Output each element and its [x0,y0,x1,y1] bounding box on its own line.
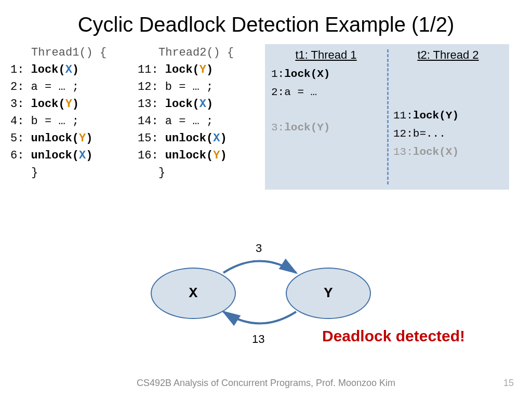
footer-text: CS492B Analysis of Concurrent Programs, … [0,378,532,389]
t2-l6-close: ) [220,149,227,162]
thread1-code: Thread1() { 1: lock(X) 2: a = … ; 3: loc… [10,44,138,190]
t1-l3-kw: lock( [31,98,65,111]
t1-l5-close: ) [86,132,92,145]
t1-l5-num: 5: [10,132,31,145]
t2-l3-num: 13: [138,98,165,111]
t1-l6-var: X [79,149,86,162]
t2-l4: 14: a = … ; [138,113,265,130]
t1-l3-num: 3: [10,98,31,111]
t2-close: } [138,164,265,181]
t1-l3-var: Y [65,98,72,111]
t2-l1-close: ) [206,63,213,76]
t1-l1-var: X [65,63,72,76]
t2-l6-var: Y [213,149,220,162]
edge-label-bottom: 13 [252,332,264,346]
t1-l6-kw: unlock( [31,149,79,162]
t2-l3-var: X [200,98,206,111]
t2-l5-var: X [213,132,220,145]
thread2-code: Thread2() { 11: lock(Y) 12: b = … ; 13: … [138,44,265,190]
t1-l2: 2: a = … ; [10,78,138,96]
trace-col-t2: t2: Thread 2 11:lock(Y) 12:b=... 13:lock… [387,44,509,190]
node-y: Y [286,268,371,319]
t1-l4: 4: b = … ; [10,113,138,130]
t1-l1-kw: lock( [31,63,65,76]
edge-label-top: 3 [256,242,262,255]
t2-l6-kw: unlock( [165,149,213,162]
t1-l5-kw: unlock( [31,132,79,145]
t1-l3-close: ) [72,98,79,111]
t2-l1-kw: lock( [165,63,200,76]
trace-h2: t2: Thread 2 [393,48,503,62]
tr-t1-2: 2:a = … [271,86,381,98]
tr-t2-3b: lock(X) [413,146,459,158]
tr-t2-1a: 11: [393,110,413,122]
tr-t1-3a: 3: [271,122,284,134]
t2-l6-num: 16: [138,149,165,162]
tr-t2-3a: 13: [393,146,413,158]
tr-t2-2: 12:b=... [393,128,503,140]
trace-h1: t1: Thread 1 [271,48,381,62]
t2-l3-kw: lock( [165,98,200,111]
t1-l6-close: ) [86,149,92,162]
t1-l1-close: ) [72,63,79,76]
t2-l5-kw: unlock( [165,132,213,145]
t2-l5-num: 15: [138,132,165,145]
t1-l6-num: 6: [10,149,31,162]
t1-l5-var: Y [79,132,86,145]
tr-t1-3b: lock(Y) [284,122,330,134]
t2-l3-close: ) [206,98,213,111]
node-x: X [151,268,236,319]
trace-col-t1: t1: Thread 1 1:lock(X) 2:a = … 3:lock(Y) [265,44,387,190]
edge-y-to-x [223,312,296,324]
tr-t1-1b: lock(X) [284,68,330,80]
slide-title: Cyclic Deadlock Detection Example (1/2) [0,0,532,44]
thread2-header: Thread2() { [138,44,265,61]
thread1-header: Thread1() { [10,44,138,61]
page-number: 15 [503,378,514,389]
t2-l1-var: Y [200,63,206,76]
t2-l5-close: ) [220,132,227,145]
t1-l1-num: 1: [10,63,31,76]
content-row: Thread1() { 1: lock(X) 2: a = … ; 3: loc… [0,44,532,190]
trace-divider [387,49,389,184]
t2-l2: 12: b = … ; [138,78,265,96]
t2-l1-num: 11: [138,63,165,76]
tr-t1-1a: 1: [271,68,284,80]
trace-box: t1: Thread 1 1:lock(X) 2:a = … 3:lock(Y)… [265,44,509,190]
tr-t2-1b: lock(Y) [413,110,459,122]
edge-x-to-y [223,261,296,273]
deadlock-alert: Deadlock detected! [322,327,465,345]
t1-close: } [10,164,138,181]
